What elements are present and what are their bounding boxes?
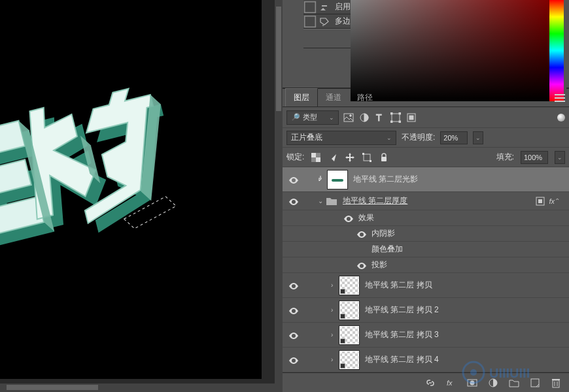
svg-rect-32 [370, 160, 371, 162]
svg-rect-15 [344, 114, 353, 122]
layers-panel: 图层 通道 路径 🔎类型 ⌄ T 正片叠底 ⌄ 不透明度: 20% [283, 88, 569, 392]
filter-adjustment-icon[interactable] [358, 112, 370, 123]
visibility-eye-icon[interactable] [357, 231, 366, 237]
effect-name: 投影 [371, 259, 562, 270]
layer-group-name[interactable]: 地平线 第二层厚度 [343, 195, 534, 206]
lock-all-icon[interactable] [379, 152, 389, 163]
vertical-scrollbar[interactable] [274, 0, 283, 392]
layer-row-inner-shadow[interactable]: 内阴影 [283, 226, 569, 242]
visibility-eye-icon[interactable] [289, 332, 298, 338]
tab-channels[interactable]: 通道 [318, 89, 349, 106]
layer-row-group[interactable]: ⌄ 地平线 第二层厚度 fx ⌃ [283, 192, 569, 210]
folder-icon [326, 197, 337, 206]
layer-thumbnail[interactable] [339, 350, 360, 370]
layers-bottom-toolbar: fx [283, 372, 569, 392]
disclosure-triangle-icon[interactable]: › [331, 282, 339, 289]
link-layers-icon[interactable] [425, 378, 436, 388]
smart-filter-badge-icon [534, 197, 546, 206]
color-saturation-field[interactable] [351, 0, 549, 101]
new-layer-icon[interactable] [530, 378, 540, 388]
visibility-eye-icon[interactable] [344, 215, 353, 221]
fill-input[interactable]: 100% [521, 151, 548, 164]
blend-mode-select[interactable]: 正片叠底 ⌄ [286, 131, 396, 145]
panel-menu-icon[interactable] [555, 93, 565, 105]
color-hue-slider[interactable] [549, 0, 564, 101]
3d-text-artwork [0, 65, 222, 277]
filter-image-icon[interactable] [343, 112, 354, 123]
visibility-eye-icon[interactable] [289, 176, 298, 183]
visibility-eye-icon[interactable] [289, 282, 298, 289]
fx-disclosure-chevron-icon[interactable]: ⌃ [555, 197, 562, 204]
horizontal-scrollbar[interactable] [0, 384, 275, 392]
layer-row[interactable]: › 地平线 第二层 拷贝 4 [283, 348, 569, 372]
layer-thumbnail[interactable] [339, 301, 360, 320]
svg-rect-29 [311, 157, 316, 162]
fx-badge[interactable]: fx [549, 197, 555, 205]
disclosure-triangle-icon[interactable]: › [331, 356, 339, 363]
svg-rect-23 [399, 121, 401, 123]
svg-rect-27 [316, 157, 320, 162]
lock-brush-icon[interactable] [328, 152, 338, 163]
visibility-eye-icon[interactable] [289, 198, 298, 204]
layer-row-color-overlay[interactable]: 颜色叠加 [283, 242, 569, 257]
horizontal-scrollbar-thumb[interactable] [7, 385, 98, 390]
filter-shape-icon[interactable] [390, 112, 402, 123]
checkbox-unchecked-icon[interactable] [303, 15, 317, 28]
document-canvas[interactable] [0, 0, 262, 379]
layer-mask-icon[interactable] [467, 378, 477, 388]
tab-layers[interactable]: 图层 [285, 88, 318, 106]
layer-row[interactable]: › 地平线 第二层 拷贝 2 [283, 298, 569, 323]
checkbox-unchecked-icon[interactable] [303, 1, 317, 14]
layer-row-selected[interactable]: 地平线 第二层光影 [283, 167, 569, 192]
svg-rect-31 [362, 153, 364, 155]
layer-row-drop-shadow[interactable]: 投影 [283, 257, 569, 273]
effect-name: 内阴影 [371, 228, 562, 239]
filter-toggle-dot[interactable] [557, 114, 565, 122]
adjustment-layer-icon[interactable] [488, 378, 498, 388]
layer-thumbnail[interactable] [339, 325, 360, 345]
layer-name[interactable]: 地平线 第二层光影 [353, 174, 562, 185]
smart-object-badge-icon [340, 289, 345, 294]
layers-list[interactable]: 地平线 第二层光影 ⌄ 地平线 第二层厚度 fx ⌃ 效果 [283, 167, 569, 372]
svg-rect-42 [552, 379, 560, 380]
smart-object-badge-icon [340, 338, 345, 344]
svg-rect-33 [381, 157, 387, 161]
vertical-scrollbar-thumb[interactable] [276, 7, 281, 111]
visibility-eye-icon[interactable] [289, 307, 298, 314]
lock-transparency-icon[interactable] [311, 152, 321, 163]
fill-dropdown-chevron[interactable]: ⌄ [555, 151, 565, 164]
lock-move-icon[interactable] [345, 152, 355, 163]
layer-style-icon[interactable]: fx [446, 378, 457, 388]
delete-layer-icon[interactable] [551, 378, 561, 388]
canvas-area[interactable] [0, 0, 283, 392]
lock-artboard-icon[interactable] [362, 152, 372, 163]
fill-label: 填充: [496, 152, 514, 163]
layer-name[interactable]: 地平线 第二层 拷贝 2 [365, 304, 562, 316]
opacity-input[interactable]: 20% [440, 131, 468, 144]
layer-thumbnail[interactable] [327, 170, 348, 189]
svg-rect-13 [555, 97, 565, 99]
disclosure-triangle-open-icon[interactable]: ⌄ [318, 197, 326, 204]
disclosure-triangle-icon[interactable]: › [331, 331, 339, 338]
filter-kind-select[interactable]: 🔎类型 ⌄ [286, 110, 339, 125]
clip-indicator-icon [318, 174, 327, 184]
layer-name[interactable]: 地平线 第二层 拷贝 [365, 280, 562, 291]
effects-label: 效果 [358, 212, 562, 223]
color-picker-panel[interactable] [351, 0, 566, 101]
layer-name[interactable]: 地平线 第二层 拷贝 4 [365, 354, 562, 365]
visibility-eye-icon[interactable] [289, 357, 298, 363]
layer-name[interactable]: 地平线 第二层 拷贝 3 [365, 329, 562, 340]
layer-row[interactable]: › 地平线 第二层 拷贝 3 [283, 323, 569, 348]
smart-object-badge-icon [340, 363, 345, 368]
visibility-eye-icon[interactable] [357, 262, 366, 269]
filter-text-icon[interactable]: T [374, 112, 386, 123]
disclosure-triangle-icon[interactable]: › [331, 306, 339, 314]
lock-label: 锁定: [286, 152, 304, 163]
layer-row-effects[interactable]: 效果 [283, 210, 569, 226]
layer-thumbnail[interactable] [339, 276, 360, 295]
opacity-dropdown-chevron[interactable]: ⌄ [473, 131, 483, 144]
new-group-icon[interactable] [509, 378, 519, 388]
layer-row[interactable]: › 地平线 第二层 拷贝 [283, 273, 569, 298]
tab-paths[interactable]: 路径 [349, 89, 381, 106]
filter-smartobject-icon[interactable] [405, 112, 417, 123]
